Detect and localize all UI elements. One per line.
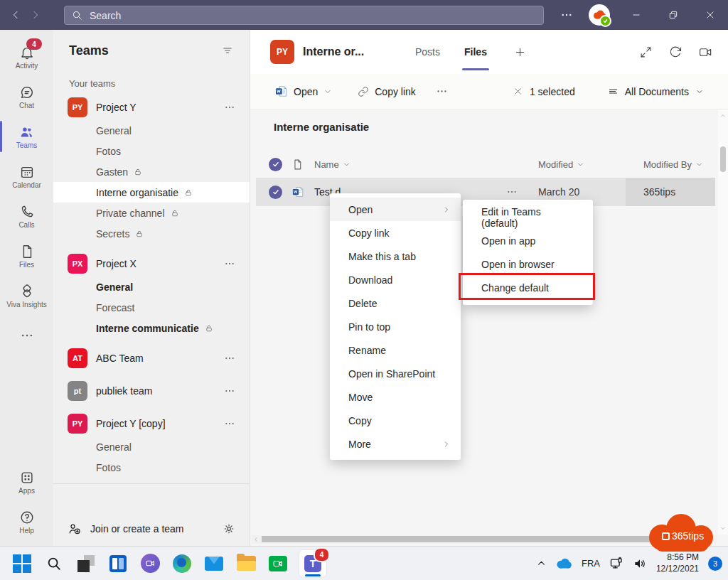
language-indicator[interactable]: FRA: [582, 558, 600, 569]
channel-general[interactable]: General: [53, 276, 250, 297]
submenu-item-edit-in-teams[interactable]: Edit in Teams (default): [463, 205, 593, 229]
menu-item-open-in-sharepoint[interactable]: Open in SharePoint: [330, 362, 461, 385]
column-modified-by[interactable]: Modified By: [643, 154, 703, 175]
join-or-create-team[interactable]: Join or create a team: [53, 512, 250, 546]
search-bar[interactable]: [64, 6, 544, 25]
copy-link-button[interactable]: Copy link: [358, 86, 416, 97]
rail-item-files[interactable]: Files: [0, 236, 53, 276]
rail-item-help[interactable]: Help: [0, 502, 53, 542]
add-tab-icon[interactable]: [514, 46, 526, 58]
word-icon: [274, 85, 288, 98]
tab-posts[interactable]: Posts: [415, 30, 440, 74]
search-input[interactable]: [88, 9, 536, 22]
rail-item-more[interactable]: [0, 316, 53, 355]
meet-camera-icon[interactable]: [699, 45, 712, 59]
chevron-down-icon: [323, 87, 332, 96]
submenu-item-open-in-app[interactable]: Open in app: [463, 229, 593, 252]
open-button[interactable]: Open: [274, 85, 332, 98]
column-name[interactable]: Name: [314, 154, 350, 175]
menu-item-move[interactable]: Move: [330, 385, 461, 409]
menu-item-delete[interactable]: Delete: [330, 291, 461, 315]
restore-button[interactable]: [663, 4, 684, 26]
taskbar-explorer-button[interactable]: [235, 553, 257, 574]
menu-item-download[interactable]: Download: [330, 268, 461, 291]
menu-item-copy-link[interactable]: Copy link: [330, 221, 461, 245]
rail-item-chat[interactable]: Chat: [0, 77, 53, 117]
tab-files[interactable]: Files: [464, 30, 487, 74]
team-options-icon[interactable]: [224, 418, 235, 429]
hscroll-thumb[interactable]: [262, 536, 694, 542]
team-options-icon[interactable]: [224, 353, 235, 364]
onedrive-icon[interactable]: [555, 558, 572, 569]
rail-item-calls[interactable]: Calls: [0, 196, 53, 236]
team-project-y-copy[interactable]: PY Project Y [copy]: [53, 411, 250, 436]
volume-icon[interactable]: [633, 557, 647, 571]
titlebar-more-icon[interactable]: [560, 9, 573, 21]
vscroll-thumb[interactable]: [720, 146, 726, 172]
select-all-checkbox[interactable]: [269, 158, 282, 171]
submenu-item-change-default[interactable]: Change default: [463, 276, 593, 299]
team-project-y[interactable]: PY Project Y: [53, 95, 250, 120]
rail-item-viva-insights[interactable]: Viva Insights: [0, 276, 53, 316]
back-icon[interactable]: [6, 5, 26, 25]
teams-sidebar: Teams Your teams PY Project Y General Fo…: [53, 30, 250, 546]
channel-interne-organisatie[interactable]: Interne organisatie: [53, 182, 250, 203]
file-modified-by: 365tips: [643, 178, 675, 206]
taskbar-chat-button[interactable]: [139, 553, 161, 574]
taskbar-search-button[interactable]: [43, 553, 65, 574]
close-button[interactable]: [700, 4, 721, 26]
notification-badge[interactable]: 3: [708, 557, 722, 571]
taskbar-meet-button[interactable]: [267, 553, 289, 574]
scroll-left-icon[interactable]: [253, 537, 259, 542]
toolbar-more-icon[interactable]: [436, 85, 448, 97]
channel-forecast[interactable]: Forecast: [53, 297, 250, 318]
refresh-icon[interactable]: [669, 45, 682, 58]
tray-chevron-icon[interactable]: [537, 559, 546, 568]
clear-selection-icon[interactable]: [513, 87, 523, 96]
menu-item-open[interactable]: Open: [330, 198, 461, 221]
network-icon[interactable]: [609, 557, 623, 571]
taskbar-edge-button[interactable]: [171, 553, 193, 574]
gear-icon[interactable]: [223, 522, 235, 535]
taskbar-widgets-button[interactable]: [107, 553, 129, 574]
channel-private-channel[interactable]: Private channel: [53, 203, 250, 223]
row-checkbox[interactable]: [269, 186, 282, 199]
channel-gasten[interactable]: Gasten: [53, 161, 250, 182]
column-modified[interactable]: Modified: [538, 154, 584, 175]
view-selector[interactable]: All Documents: [608, 86, 704, 97]
team-options-icon[interactable]: [224, 385, 235, 397]
team-abc-team[interactable]: AT ABC Team: [53, 345, 250, 371]
channel-fotos[interactable]: Fotos: [53, 141, 250, 161]
channel-fotos[interactable]: Fotos: [53, 457, 250, 478]
avatar[interactable]: [589, 4, 610, 26]
menu-item-copy[interactable]: Copy: [330, 409, 461, 432]
menu-item-pin-to-top[interactable]: Pin to top: [330, 315, 461, 338]
scroll-up-icon[interactable]: [720, 113, 726, 119]
team-project-x[interactable]: PX Project X: [53, 251, 250, 276]
expand-icon[interactable]: [640, 46, 652, 58]
windows-taskbar: T 4 FRA 8:56 PM 12/12/2021 3: [0, 546, 728, 580]
vertical-scrollbar[interactable]: [718, 109, 728, 535]
rail-item-activity[interactable]: Activity 4: [0, 37, 53, 77]
team-publiek-team[interactable]: pt publiek team: [53, 378, 250, 404]
submenu-item-open-in-browser[interactable]: Open in browser: [463, 252, 593, 276]
taskbar-photos-button[interactable]: [75, 553, 97, 574]
menu-item-more[interactable]: More: [330, 432, 461, 456]
channel-interne-communicatie[interactable]: Interne communicatie: [53, 318, 250, 338]
filter-icon[interactable]: [221, 44, 234, 57]
channel-secrets[interactable]: Secrets: [53, 223, 250, 244]
rail-item-calendar[interactable]: Calendar: [0, 156, 53, 196]
team-options-icon[interactable]: [224, 102, 235, 113]
start-button[interactable]: [11, 553, 33, 574]
forward-icon[interactable]: [26, 5, 46, 25]
team-options-icon[interactable]: [224, 258, 235, 269]
rail-item-apps[interactable]: Apps: [0, 462, 53, 502]
taskbar-teams-button[interactable]: T 4: [299, 550, 326, 577]
rail-item-teams[interactable]: Teams: [0, 117, 53, 156]
menu-item-rename[interactable]: Rename: [330, 338, 461, 362]
menu-item-make-this-a-tab[interactable]: Make this a tab: [330, 245, 461, 268]
channel-general[interactable]: General: [53, 436, 250, 457]
taskbar-mail-button[interactable]: [203, 553, 225, 574]
minimize-button[interactable]: [626, 4, 647, 26]
channel-general[interactable]: General: [53, 120, 250, 141]
